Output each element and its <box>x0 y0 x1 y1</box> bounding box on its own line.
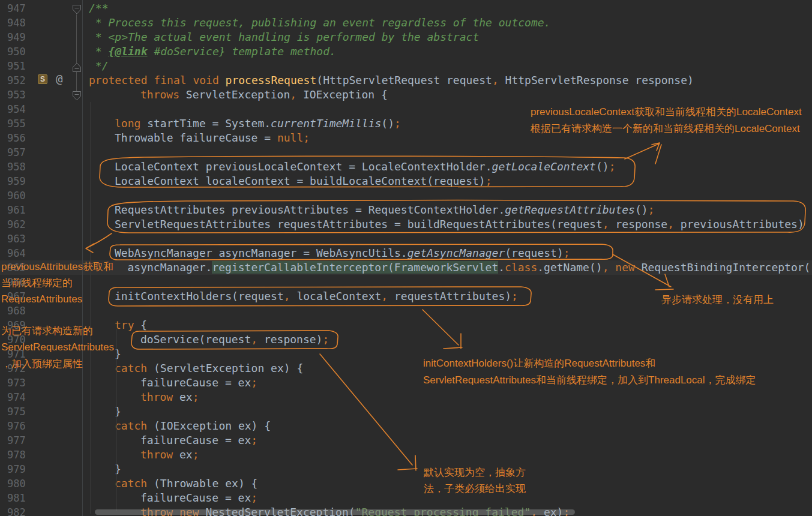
code-line[interactable]: 977failureCause = ex; <box>0 433 812 448</box>
code-text[interactable]: WebAsyncManager asyncManager = WebAsyncU… <box>84 246 570 260</box>
code-text[interactable] <box>84 275 89 289</box>
code-text[interactable]: asyncManager.registerCallableInterceptor… <box>84 260 812 275</box>
code-line[interactable]: 959LocaleContext localeContext = buildLo… <box>0 174 812 188</box>
code-editor[interactable]: 947/**948 * Process this request, publis… <box>0 0 812 516</box>
line-number[interactable]: 976 <box>0 419 84 433</box>
code-text[interactable]: * {@link #doService} template method. <box>84 44 336 59</box>
code-line[interactable]: 949 * <p>The actual event handling is pe… <box>0 30 812 44</box>
line-number[interactable]: 977 <box>0 433 84 448</box>
code-line[interactable]: 950 * {@link #doService} template method… <box>0 44 812 59</box>
code-line[interactable]: 976catch (IOException ex) { <box>0 419 812 433</box>
line-number[interactable]: 973 <box>0 376 84 390</box>
code-line[interactable]: 953throws ServletException, IOException … <box>0 88 812 102</box>
code-text[interactable]: LocaleContext previousLocaleContext = Lo… <box>84 160 615 174</box>
line-number[interactable]: 962 <box>0 217 84 232</box>
code-line[interactable]: 974throw ex; <box>0 390 812 404</box>
line-number[interactable]: 965 <box>0 260 84 275</box>
code-line[interactable]: 947/** <box>0 1 812 16</box>
code-text[interactable]: catch (IOException ex) { <box>84 419 271 433</box>
code-text[interactable]: failureCause = ex; <box>84 376 257 390</box>
code-line[interactable]: 981failureCause = ex; <box>0 491 812 505</box>
code-text[interactable]: throw ex; <box>84 390 199 404</box>
line-number[interactable]: 981 <box>0 491 84 505</box>
code-line[interactable]: 979} <box>0 462 812 476</box>
line-number[interactable]: 963 <box>0 232 84 246</box>
code-text[interactable] <box>84 145 89 160</box>
line-number[interactable]: 955 <box>0 116 84 131</box>
code-text[interactable]: initContextHolders(request, localeContex… <box>84 289 518 304</box>
code-line[interactable]: 958LocaleContext previousLocaleContext =… <box>0 160 812 174</box>
line-number[interactable]: 974 <box>0 390 84 404</box>
code-line[interactable]: 965asyncManager.registerCallableIntercep… <box>0 260 812 275</box>
fold-collapse-icon[interactable] <box>71 4 82 15</box>
line-number[interactable]: 966 <box>0 275 84 289</box>
line-number[interactable]: 956 <box>0 131 84 145</box>
fold-collapse-icon[interactable] <box>71 91 82 101</box>
code-text[interactable]: LocaleContext localeContext = buildLocal… <box>84 174 492 188</box>
code-text[interactable] <box>84 304 89 318</box>
code-line[interactable]: 966 <box>0 275 812 289</box>
code-text[interactable]: ServletRequestAttributes requestAttribut… <box>84 217 804 232</box>
line-number[interactable]: 971 <box>0 347 84 361</box>
line-number[interactable]: 961 <box>0 203 84 217</box>
line-number[interactable]: 979 <box>0 462 84 476</box>
code-text[interactable]: catch (Throwable ex) { <box>84 476 257 491</box>
code-line[interactable]: 956Throwable failureCause = null; <box>0 131 812 145</box>
line-number[interactable]: 975 <box>0 404 84 419</box>
code-text[interactable]: protected final void processRequest(Http… <box>84 73 694 88</box>
code-text[interactable] <box>84 232 89 246</box>
code-line[interactable]: 969try { <box>0 318 812 332</box>
code-text[interactable]: failureCause = ex; <box>84 491 257 505</box>
code-text[interactable]: long startTime = System.currentTimeMilli… <box>84 116 401 131</box>
code-line[interactable]: 980catch (Throwable ex) { <box>0 476 812 491</box>
line-number[interactable]: 970 <box>0 332 84 347</box>
code-line[interactable]: 964WebAsyncManager asyncManager = WebAsy… <box>0 246 812 260</box>
annotation-gutter-icon[interactable]: @ <box>56 72 62 85</box>
code-line[interactable]: 963 <box>0 232 812 246</box>
line-number[interactable]: 948 <box>0 16 84 30</box>
line-number[interactable]: 968 <box>0 304 84 318</box>
fold-collapse-icon[interactable] <box>71 62 82 73</box>
line-number[interactable]: 954 <box>0 102 84 116</box>
line-number[interactable]: 982 <box>0 505 84 516</box>
code-line[interactable]: 967initContextHolders(request, localeCon… <box>0 289 812 304</box>
code-text[interactable]: throws ServletException, IOException { <box>84 88 388 102</box>
code-text[interactable] <box>84 102 89 116</box>
line-number[interactable]: 980 <box>0 476 84 491</box>
code-text[interactable]: Throwable failureCause = null; <box>84 131 310 145</box>
line-number[interactable]: 958 <box>0 160 84 174</box>
code-line[interactable]: 962ServletRequestAttributes requestAttri… <box>0 217 812 232</box>
code-text[interactable]: RequestAttributes previousAttributes = R… <box>84 203 655 217</box>
code-line[interactable]: 952protected final void processRequest(H… <box>0 73 812 88</box>
override-gutter-icon[interactable]: S <box>38 74 47 84</box>
code-line[interactable]: 954 <box>0 102 812 116</box>
code-line[interactable]: 973failureCause = ex; <box>0 376 812 390</box>
line-number[interactable]: 978 <box>0 448 84 462</box>
line-number[interactable]: 959 <box>0 174 84 188</box>
code-line[interactable]: 957 <box>0 145 812 160</box>
code-text[interactable]: /** <box>84 1 109 16</box>
code-line[interactable]: 970doService(request, response); <box>0 332 812 347</box>
code-text[interactable]: try { <box>84 318 147 332</box>
line-number[interactable]: 972 <box>0 361 84 376</box>
code-line[interactable]: 968 <box>0 304 812 318</box>
code-text[interactable]: * Process this request, publishing an ev… <box>84 16 550 30</box>
code-text[interactable]: doService(request, response); <box>84 332 329 347</box>
code-text[interactable]: */ <box>84 59 109 73</box>
line-number[interactable]: 967 <box>0 289 84 304</box>
code-line[interactable]: 960 <box>0 188 812 203</box>
line-number[interactable]: 960 <box>0 188 84 203</box>
code-text[interactable]: * <p>The actual event handling is perfor… <box>84 30 479 44</box>
code-text[interactable] <box>84 188 89 203</box>
line-number[interactable]: 964 <box>0 246 84 260</box>
code-line[interactable]: 978throw ex; <box>0 448 812 462</box>
code-text[interactable]: throw ex; <box>84 448 199 462</box>
code-line[interactable]: 971} <box>0 347 812 361</box>
line-number[interactable]: 949 <box>0 30 84 44</box>
code-line[interactable]: 975} <box>0 404 812 419</box>
code-line[interactable]: 948 * Process this request, publishing a… <box>0 16 812 30</box>
code-line[interactable]: 955long startTime = System.currentTimeMi… <box>0 116 812 131</box>
horizontal-scrollbar-thumb[interactable] <box>95 509 575 515</box>
code-line[interactable]: 972catch (ServletException ex) { <box>0 361 812 376</box>
line-number[interactable]: 969 <box>0 318 84 332</box>
